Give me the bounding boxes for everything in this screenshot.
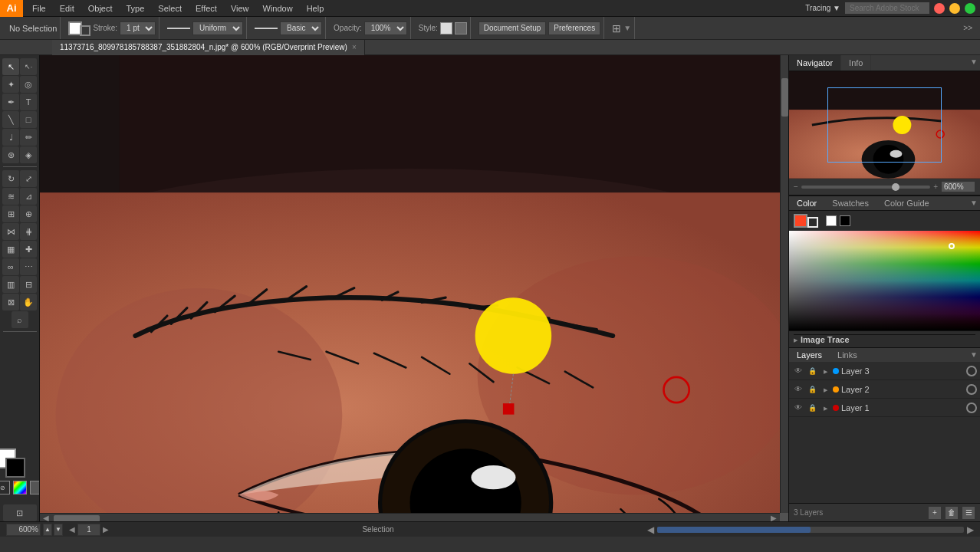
- blend-tool-btn[interactable]: ∞: [2, 258, 19, 275]
- screen-mode-btn[interactable]: ⊡: [3, 504, 37, 521]
- pencil-tool-btn[interactable]: ✏: [20, 129, 37, 146]
- menu-object[interactable]: Object: [82, 2, 119, 15]
- stroke-style-select[interactable]: Uniform: [192, 21, 243, 35]
- document-tab[interactable]: 11373716_809978185788387_351882804_n.jpg…: [52, 40, 365, 55]
- scrollbar-track-h[interactable]: [52, 515, 768, 521]
- layer-3-visibility-btn[interactable]: 👁: [792, 365, 804, 377]
- window-maximize-btn[interactable]: [965, 3, 975, 14]
- layer-2-expand-btn[interactable]: [820, 384, 830, 395]
- layer-3-expand-btn[interactable]: [820, 366, 830, 376]
- scale-tool-btn[interactable]: ⤢: [20, 170, 37, 187]
- preferences-button[interactable]: Preferences: [548, 21, 600, 35]
- swatches-tab[interactable]: Swatches: [824, 196, 876, 210]
- lasso-tool-btn[interactable]: ◎: [20, 76, 37, 93]
- style-swatch[interactable]: [440, 22, 452, 34]
- links-tab[interactable]: Links: [830, 348, 865, 362]
- zoom-out-icon[interactable]: −: [794, 182, 798, 191]
- window-close-btn[interactable]: [934, 3, 945, 14]
- symbol-sprayer-tool-btn[interactable]: ⋯: [20, 258, 37, 275]
- status-zoom-input[interactable]: 600%: [6, 524, 41, 536]
- menu-help[interactable]: Help: [301, 2, 331, 15]
- layers-collapse-btn[interactable]: ▼: [968, 348, 980, 360]
- slice-tool-btn[interactable]: ⊠: [2, 294, 19, 310]
- graph-tool-btn[interactable]: ▥: [2, 276, 19, 293]
- status-zoom-down[interactable]: ▼: [54, 524, 63, 536]
- layer-1-lock-btn[interactable]: 🔒: [807, 402, 817, 413]
- artboard-tool-btn[interactable]: ⊟: [20, 276, 37, 293]
- menu-file[interactable]: File: [26, 2, 52, 15]
- color-tab[interactable]: Color: [789, 196, 824, 210]
- layer-2-row[interactable]: 👁 🔒 Layer 2: [789, 380, 980, 399]
- warp-tool-btn[interactable]: ≋: [2, 188, 19, 205]
- doc-setup-button[interactable]: Document Setup: [478, 21, 547, 35]
- menu-type[interactable]: Type: [120, 2, 151, 15]
- color-stroke-swatch[interactable]: [807, 217, 818, 228]
- navigator-tab[interactable]: Navigator: [789, 55, 841, 71]
- zoom-tool-btn[interactable]: ⌕: [12, 311, 28, 328]
- width-tool-btn[interactable]: ⊿: [20, 188, 37, 205]
- layer-2-lock-btn[interactable]: 🔒: [807, 384, 817, 395]
- arrange-icon[interactable]: ⊞: [612, 22, 621, 34]
- window-minimize-btn[interactable]: [949, 3, 960, 14]
- canvas-scrollbar-right[interactable]: [780, 55, 788, 513]
- menu-view[interactable]: View: [225, 2, 255, 15]
- hand-tool-btn[interactable]: ✋: [20, 294, 37, 310]
- info-tab[interactable]: Info: [841, 55, 871, 71]
- line-tool-btn[interactable]: ╲: [2, 111, 19, 128]
- no-fill-btn[interactable]: ⊘: [0, 481, 10, 495]
- none-btn[interactable]: [30, 481, 41, 495]
- white-swatch[interactable]: [826, 215, 837, 226]
- magic-wand-tool-btn[interactable]: ✦: [2, 76, 19, 93]
- timeline-next-btn[interactable]: ▶: [967, 524, 974, 535]
- layer-3-lock-btn[interactable]: 🔒: [807, 366, 817, 376]
- canvas-area[interactable]: ◀ ▶: [40, 55, 788, 521]
- layer-1-row[interactable]: 👁 🔒 Layer 1: [789, 399, 980, 417]
- paintbrush-tool-btn[interactable]: ♩: [2, 129, 19, 146]
- opacity-select[interactable]: 100%: [364, 21, 407, 35]
- color-fill-swatch[interactable]: [794, 214, 807, 228]
- timeline-track[interactable]: [657, 527, 964, 533]
- status-zoom-up[interactable]: ▲: [43, 524, 52, 536]
- style-swatch2[interactable]: [455, 22, 467, 34]
- shape-builder-tool-btn[interactable]: ⊕: [20, 205, 37, 222]
- eyedropper-tool-btn[interactable]: ✚: [20, 241, 37, 258]
- blob-brush-tool-btn[interactable]: ⊛: [2, 146, 19, 163]
- gradient-tool-btn[interactable]: ▦: [2, 241, 19, 258]
- collapse-panels-btn[interactable]: >>: [963, 24, 977, 32]
- menu-select[interactable]: Select: [152, 2, 188, 15]
- page-prev-btn[interactable]: ◀: [69, 525, 75, 534]
- menu-edit[interactable]: Edit: [54, 2, 81, 15]
- type-tool-btn[interactable]: T: [20, 94, 37, 110]
- canvas-scrollbar-bottom[interactable]: ◀ ▶: [40, 513, 780, 521]
- search-input[interactable]: [845, 2, 929, 14]
- black-swatch[interactable]: [840, 215, 850, 226]
- eraser-tool-btn[interactable]: ◈: [20, 146, 37, 163]
- color-gradient-btn[interactable]: [13, 481, 27, 495]
- color-guide-tab[interactable]: Color Guide: [876, 196, 937, 210]
- artwork-canvas[interactable]: [40, 55, 780, 513]
- zoom-in-icon[interactable]: +: [933, 182, 938, 191]
- direct-selection-tool-btn[interactable]: ↖·: [20, 58, 37, 75]
- brush-select[interactable]: Basic: [280, 21, 322, 35]
- rectangle-tool-btn[interactable]: □: [20, 111, 37, 128]
- mesh-tool-btn[interactable]: ⋕: [20, 223, 37, 240]
- layers-tab[interactable]: Layers: [789, 348, 830, 362]
- menu-effect[interactable]: Effect: [189, 2, 223, 15]
- layer-2-target-btn[interactable]: [966, 384, 977, 395]
- layers-new-btn[interactable]: +: [928, 506, 942, 520]
- layer-3-row[interactable]: 👁 🔒 Layer 3: [789, 362, 980, 380]
- stroke-weight-select[interactable]: 1 pt: [120, 21, 156, 35]
- color-collapse-btn[interactable]: ▼: [968, 196, 980, 209]
- scrollbar-thumb-vertical[interactable]: [781, 78, 788, 117]
- page-next-btn[interactable]: ▶: [103, 525, 109, 534]
- zoom-slider-handle[interactable]: [892, 183, 899, 191]
- zoom-slider-track[interactable]: [801, 186, 930, 189]
- perspective-tool-btn[interactable]: ⋈: [2, 223, 19, 240]
- scroll-right-arrow[interactable]: ▶: [771, 514, 777, 522]
- layer-3-target-btn[interactable]: [966, 366, 977, 376]
- rotate-tool-btn[interactable]: ↻: [2, 170, 19, 187]
- navigator-collapse-btn[interactable]: ▼: [968, 55, 980, 67]
- spectrum-cursor[interactable]: [949, 243, 955, 249]
- layer-1-visibility-btn[interactable]: 👁: [792, 402, 804, 414]
- stroke-swatch[interactable]: [80, 25, 90, 36]
